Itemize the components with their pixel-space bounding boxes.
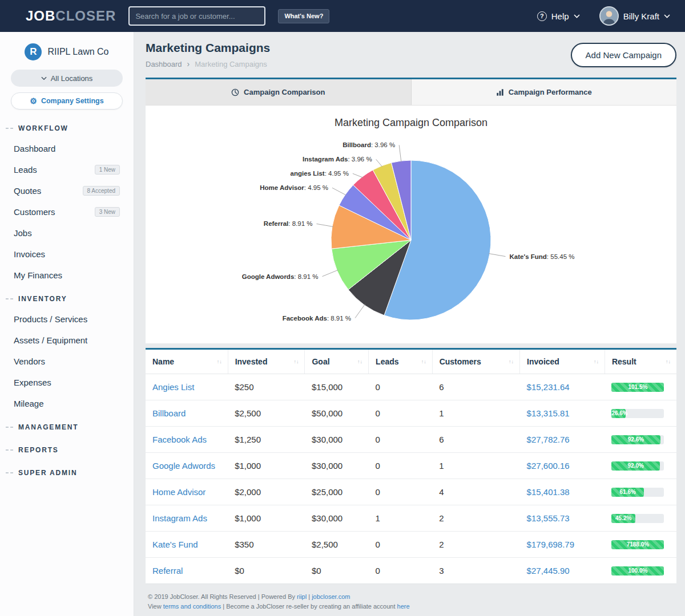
sidebar-section-management[interactable]: MANAGEMENT: [0, 414, 134, 437]
invoiced-link[interactable]: $27,445.90: [527, 566, 570, 576]
pie-label-connector: [355, 304, 365, 318]
sidebar-item-vendors[interactable]: Vendors: [0, 351, 134, 372]
pie-label-facebook-ads: Facebook Ads: 8.91 %: [283, 315, 351, 322]
sidebar-item-label: Jobs: [14, 228, 32, 238]
column-header-goal[interactable]: Goal↑↓: [305, 350, 369, 374]
sidebar-item-products-services[interactable]: Products / Services: [0, 309, 134, 330]
cell-invoiced: $27,600.16: [520, 453, 605, 479]
sidebar-item-assets-equipment[interactable]: Assets / Equipment: [0, 330, 134, 351]
user-menu[interactable]: Billy Kraft: [599, 6, 670, 26]
campaign-name-link[interactable]: Billboard: [152, 408, 186, 418]
cell-invoiced: $13,315.81: [520, 400, 605, 427]
sidebar-item-leads[interactable]: Leads1 New: [0, 159, 134, 180]
result-progress-bar: 101.5%: [611, 383, 664, 392]
company-settings-button[interactable]: ⚙ Company Settings: [11, 92, 123, 110]
column-header-name[interactable]: Name↑↓: [146, 350, 228, 374]
breadcrumb-dashboard[interactable]: Dashboard: [146, 60, 182, 68]
campaign-name-link[interactable]: Angies List: [152, 382, 194, 392]
column-header-leads[interactable]: Leads↑↓: [369, 350, 433, 374]
column-header-invested[interactable]: Invested↑↓: [228, 350, 305, 374]
cell-name: Referral: [146, 558, 228, 584]
column-label: Customers: [440, 357, 481, 366]
gear-icon: ⚙: [30, 97, 37, 105]
invested-value: $1,000: [235, 461, 261, 471]
sidebar-item-jobs[interactable]: Jobs: [0, 222, 134, 244]
result-progress: 26.6%: [611, 409, 664, 418]
cell-result: 7188.0%: [605, 532, 676, 558]
invoiced-link[interactable]: $13,315.81: [527, 408, 570, 418]
sidebar-item-customers[interactable]: Customers3 New: [0, 201, 134, 222]
campaign-name-link[interactable]: Instagram Ads: [152, 513, 207, 523]
sidebar-item-dashboard[interactable]: Dashboard: [0, 138, 134, 159]
invoiced-link[interactable]: $15,401.38: [527, 487, 570, 497]
jobcloser-link[interactable]: jobcloser.com: [312, 593, 350, 600]
page-title: Marketing Campaigns: [146, 41, 270, 55]
add-new-campaign-button[interactable]: Add New Campaign: [571, 43, 676, 67]
invoiced-link[interactable]: $15,231.64: [527, 382, 570, 392]
campaign-name-link[interactable]: Home Advisor: [152, 487, 206, 497]
invoiced-link[interactable]: $179,698.79: [527, 540, 574, 549]
sidebar-item-my-finances[interactable]: My Finances: [0, 265, 134, 286]
riipl-link[interactable]: riipl: [297, 593, 307, 600]
campaign-name-link[interactable]: Facebook Ads: [152, 435, 207, 444]
pie-label-connector: [489, 254, 506, 257]
invoiced-link[interactable]: $13,555.73: [527, 513, 570, 523]
pie-label-kate-s-fund: Kate's Fund: 55.45 %: [510, 253, 575, 260]
all-locations-dropdown[interactable]: All Locations: [11, 70, 123, 87]
customers-value: 1: [439, 408, 444, 418]
pie-label-connector: [332, 188, 346, 195]
sidebar-section-inventory[interactable]: INVENTORY: [0, 286, 134, 309]
company-logo: R: [25, 43, 42, 60]
column-label: Name: [152, 357, 174, 366]
search-input[interactable]: [128, 6, 265, 26]
company-settings-label: Company Settings: [41, 97, 104, 105]
terms-link[interactable]: terms and conditions: [163, 603, 221, 610]
sidebar-item-invoices[interactable]: Invoices: [0, 244, 134, 265]
bar-chart-icon: [496, 88, 504, 96]
result-progress: 92.6%: [611, 435, 664, 444]
result-progress: 7188.0%: [611, 540, 664, 549]
sidebar-section-workflow[interactable]: WORKFLOW: [0, 115, 134, 138]
campaign-name-link[interactable]: Google Adwords: [152, 461, 215, 471]
footer-line-2: View terms and conditions | Become a Job…: [148, 602, 674, 611]
tab-campaign-performance[interactable]: Campaign Performance: [411, 79, 677, 105]
cell-goal: $30,000: [305, 505, 369, 532]
column-header-customers[interactable]: Customers↑↓: [432, 350, 519, 374]
invoiced-link[interactable]: $27,600.16: [527, 461, 570, 471]
sidebar-item-label: Leads: [14, 165, 37, 175]
section-label: INVENTORY: [18, 295, 67, 303]
chevron-down-icon: [41, 76, 47, 80]
footer-reseller-text: | Become a JobCloser re-seller by creati…: [221, 603, 397, 610]
campaign-name-link[interactable]: Kate's Fund: [152, 540, 198, 549]
result-progress-bar: 7188.0%: [611, 540, 664, 549]
invoiced-link[interactable]: $27,782.76: [527, 435, 570, 444]
column-header-result[interactable]: Result↑↓: [605, 350, 676, 374]
sidebar-item-expenses[interactable]: Expenses: [0, 372, 134, 393]
tab-campaign-comparison[interactable]: Campaign Comparison: [146, 79, 411, 105]
cell-name: Angies List: [146, 374, 228, 400]
table-row: Home Advisor$2,000$25,00004$15,401.3861.…: [146, 479, 676, 505]
cell-result: 92.6%: [605, 427, 676, 453]
cell-leads: 0: [369, 532, 433, 558]
here-link[interactable]: here: [397, 603, 410, 610]
copyright-text: © 2019 JobCloser. All Rights Reserved | …: [148, 593, 297, 600]
result-progress-bar: 45.2%: [611, 514, 635, 523]
pie-label-connector: [323, 270, 339, 276]
campaign-name-link[interactable]: Referral: [152, 566, 183, 576]
goal-value: $30,000: [312, 461, 342, 471]
sidebar-section-reports[interactable]: REPORTS: [0, 437, 134, 460]
sidebar-section-super-admin[interactable]: SUPER ADMIN: [0, 460, 134, 483]
sidebar-item-mileage[interactable]: Mileage: [0, 393, 134, 414]
cell-leads: 0: [369, 400, 433, 427]
sidebar-item-label: Dashboard: [14, 144, 55, 153]
whats-new-button[interactable]: What's New?: [278, 9, 329, 23]
cell-result: 92.0%: [605, 453, 676, 479]
app-logo[interactable]: JOBCLOSER: [26, 8, 116, 24]
sidebar-item-label: Mileage: [14, 399, 44, 408]
column-header-invoiced[interactable]: Invoiced↑↓: [520, 350, 605, 374]
table-row: Facebook Ads$1,250$30,00006$27,782.7692.…: [146, 427, 676, 453]
sidebar-item-quotes[interactable]: Quotes8 Accepted: [0, 180, 134, 201]
invested-value: $0: [235, 566, 244, 576]
help-menu[interactable]: ? Help: [537, 11, 580, 21]
goal-value: $50,000: [312, 408, 342, 418]
